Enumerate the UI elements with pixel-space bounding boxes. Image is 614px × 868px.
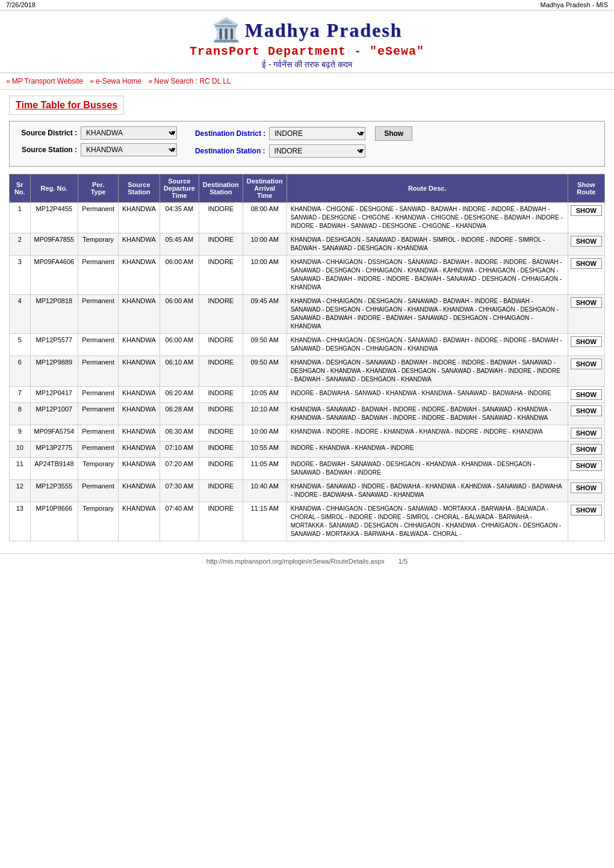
cell-dest: INDORE [199,403,243,425]
cell-source: KHANDWA [119,502,160,541]
cell-reg: MP12P9889 [30,356,78,387]
cell-show-route: SHOW [568,334,604,356]
source-district-select[interactable]: KHANDWA [81,126,177,140]
cell-reg: MP12P0818 [30,295,78,334]
cell-per-type: Permanent [78,203,119,233]
cell-per-type: Temporary [78,458,119,480]
results-table: Sr No. Reg. No. Per.Type SourceStation S… [9,174,605,541]
nav-new-search[interactable]: New Search : RC DL LL [154,77,231,85]
cell-show-route: SHOW [568,256,604,295]
nav-mp-transport[interactable]: MP Transport Website [12,77,83,85]
cell-per-type: Permanent [78,387,119,403]
cell-arr-time: 10:55 AM [243,442,287,458]
col-source-dep-time: SourceDepartureTime [160,174,199,203]
page-title-meta: Madhya Pradesh - MIS [541,1,609,8]
show-route-button[interactable]: SHOW [571,297,602,308]
cell-source: KHANDWA [119,295,160,334]
cell-sr: 6 [10,356,31,387]
footer: http://mis.mptransport.org/mplogin/eSewa… [0,553,614,568]
show-route-button[interactable]: SHOW [571,482,602,493]
dept-title: TransPort Department - "eSewa" [6,45,608,58]
cell-arr-time: 10:40 AM [243,480,287,502]
table-row: 10MP13P2775PermanentKHANDWA07:10 AMINDOR… [10,442,605,458]
cell-dest: INDORE [199,356,243,387]
cell-reg: MP09FA7855 [30,233,78,256]
show-button[interactable]: Show [375,126,412,141]
cell-reg: MP09FA4606 [30,256,78,295]
cell-sr: 11 [10,458,31,480]
col-sr-no: Sr No. [10,174,31,203]
search-form: Source District : KHANDWA ▼ Source Stati… [9,121,605,167]
cell-arr-time: 10:10 AM [243,403,287,425]
show-route-button[interactable]: SHOW [571,359,602,369]
dest-station-select[interactable]: INDORE [269,144,365,158]
cell-sr: 3 [10,256,31,295]
cell-arr-time: 09:50 AM [243,334,287,356]
cell-route: KHANDWA - CHHAIGAON - DESHGAON - SANAWAD… [287,502,568,541]
table-row: 7MP12P0417PermanentKHANDWA06:20 AMINDORE… [10,387,605,403]
dest-district-select[interactable]: INDORE [269,127,365,140]
cell-dep-time: 06:00 AM [160,256,199,295]
show-route-button[interactable]: SHOW [571,336,602,347]
cell-per-type: Temporary [78,502,119,541]
cell-route: INDORE - BADWAHA - SANWAD - KHANDWA - KH… [287,387,568,403]
col-source-station: SourceStation [119,174,160,203]
show-route-button[interactable]: SHOW [571,405,602,416]
page-date: 7/26/2018 [6,1,36,8]
show-route-button[interactable]: SHOW [571,389,602,400]
cell-dest: INDORE [199,295,243,334]
cell-dep-time: 07:40 AM [160,502,199,541]
cell-reg: MP12P3555 [30,480,78,502]
cell-source: KHANDWA [119,203,160,233]
footer-url: http://mis.mptransport.org/mplogin/eSewa… [206,558,385,565]
show-route-button[interactable]: SHOW [571,444,602,455]
source-station-select[interactable]: KHANDWA [81,143,177,156]
cell-sr: 1 [10,203,31,233]
cell-show-route: SHOW [568,203,604,233]
cell-route: KHANDWA - SANAWAD - BADWAH - INDORE - IN… [287,403,568,425]
cell-reg: MP09FA5754 [30,425,78,442]
cell-per-type: Permanent [78,295,119,334]
show-route-button[interactable]: SHOW [571,505,602,516]
table-row: 6MP12P9889PermanentKHANDWA06:10 AMINDORE… [10,356,605,387]
cell-dep-time: 06:10 AM [160,356,199,387]
table-row: 12MP12P3555PermanentKHANDWA07:30 AMINDOR… [10,480,605,502]
nav-esewa-home[interactable]: e-Sewa Home [96,77,141,85]
show-route-button[interactable]: SHOW [571,428,602,439]
show-route-button[interactable]: SHOW [571,460,602,471]
cell-sr: 12 [10,480,31,502]
nav-bar: »MP Transport Website »e-Sewa Home »New … [0,73,614,90]
show-route-button[interactable]: SHOW [571,205,602,216]
cell-reg: MP12P1007 [30,403,78,425]
cell-dep-time: 04:35 AM [160,203,199,233]
source-district-label: Source District : [17,129,77,137]
cell-per-type: Permanent [78,425,119,442]
cell-route: KHANDWA - CHHAIGAON - DESHGAON - SANAWAD… [287,334,568,356]
cell-sr: 5 [10,334,31,356]
cell-route: INDORE - KHANDWA - KHANDWA - INDORE [287,442,568,458]
cell-dest: INDORE [199,425,243,442]
cell-arr-time: 09:45 AM [243,295,287,334]
col-show-route: ShowRoute [568,174,604,203]
col-dest-station: DestinationStation [199,174,243,203]
header-banner: 🏛️ Madhya Pradesh [6,13,608,45]
dest-district-label: Destination District : [195,129,265,138]
cell-sr: 4 [10,295,31,334]
cell-source: KHANDWA [119,480,160,502]
show-route-button[interactable]: SHOW [571,236,602,247]
cell-arr-time: 11:05 AM [243,458,287,480]
cell-arr-time: 10:00 AM [243,256,287,295]
cell-route: KHANDWA - CHHAIGAON - DSSHGAON - SANAWAD… [287,256,568,295]
cell-dep-time: 06:28 AM [160,403,199,425]
source-station-label: Source Station : [17,146,77,154]
cell-show-route: SHOW [568,442,604,458]
cell-dest: INDORE [199,233,243,256]
cell-dest: INDORE [199,203,243,233]
dest-station-label: Destination Station : [195,147,265,155]
cell-show-route: SHOW [568,403,604,425]
cell-reg: MP12P4455 [30,203,78,233]
cell-sr: 9 [10,425,31,442]
show-route-button[interactable]: SHOW [571,258,602,269]
cell-dest: INDORE [199,458,243,480]
cell-dest: INDORE [199,502,243,541]
